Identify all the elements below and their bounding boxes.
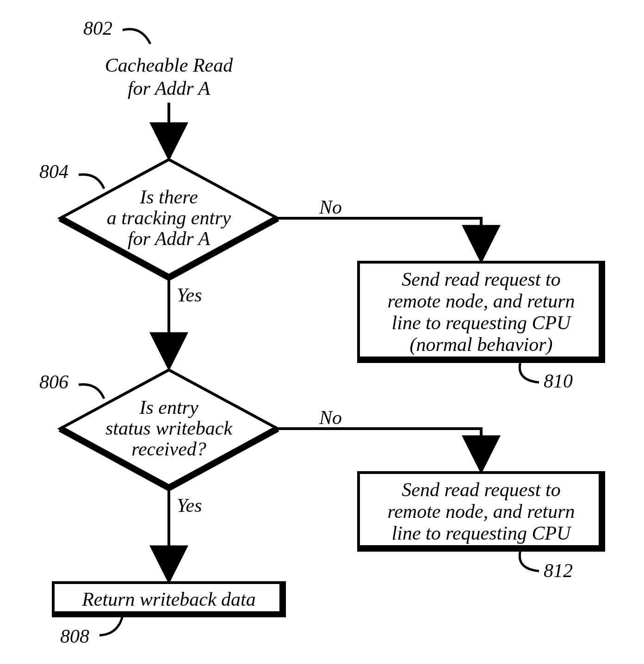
ref-806: 806 bbox=[39, 371, 68, 393]
box-808: Return writeback data bbox=[53, 583, 285, 616]
svg-text:remote node, and return: remote node, and return bbox=[387, 501, 575, 522]
svg-text:Send read request to: Send read request to bbox=[402, 479, 560, 500]
ref-804: 804 bbox=[39, 161, 68, 182]
svg-text:a tracking entry: a tracking entry bbox=[107, 207, 231, 228]
svg-text:Send read request to: Send read request to bbox=[402, 269, 560, 290]
svg-text:(normal behavior): (normal behavior) bbox=[409, 334, 552, 356]
ref-802: 802 bbox=[83, 18, 112, 39]
start-line2: for Addr A bbox=[128, 78, 210, 99]
svg-text:Is entry: Is entry bbox=[139, 397, 198, 418]
box-812: Send read request to remote node, and re… bbox=[359, 473, 604, 550]
ref-808: 808 bbox=[60, 626, 89, 647]
svg-text:line to requesting CPU: line to requesting CPU bbox=[392, 312, 572, 333]
svg-text:status writeback: status writeback bbox=[105, 418, 233, 439]
svg-text:received?: received? bbox=[131, 438, 206, 460]
start-line1: Cacheable Read bbox=[105, 55, 233, 76]
svg-text:for Addr A: for Addr A bbox=[128, 228, 210, 249]
decision-writeback-received: Is entry status writeback received? bbox=[60, 370, 278, 488]
ref-810: 810 bbox=[544, 370, 573, 392]
svg-text:remote node, and return: remote node, and return bbox=[387, 290, 575, 312]
svg-text:Is there: Is there bbox=[139, 186, 198, 208]
yes-1: Yes bbox=[177, 284, 202, 306]
svg-text:line to requesting CPU: line to requesting CPU bbox=[392, 523, 572, 544]
no-1: No bbox=[319, 197, 342, 218]
ref-812: 812 bbox=[544, 560, 573, 581]
box-810: Send read request to remote node, and re… bbox=[359, 262, 604, 362]
no-2: No bbox=[319, 407, 342, 428]
flowchart-diagram: 802 Cacheable Read for Addr A 804 Is the… bbox=[0, 0, 644, 664]
svg-text:Return writeback data: Return writeback data bbox=[81, 589, 256, 610]
yes-2: Yes bbox=[177, 495, 202, 516]
